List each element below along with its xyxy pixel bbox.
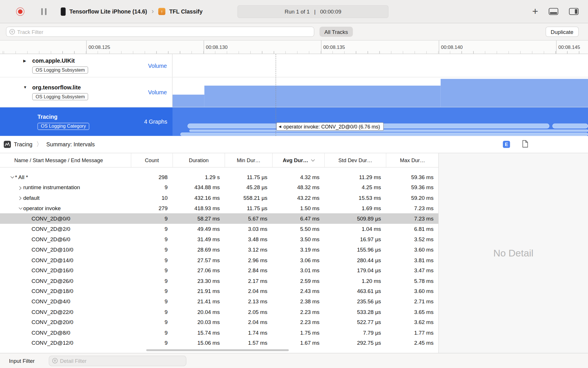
row-max-duration: 5.78 ms [386, 276, 439, 286]
track-name: Tracing [38, 114, 58, 120]
table-row[interactable]: CONV_2D@22/0 9 20.04 ms 2.05 ms 2.23 ms … [0, 307, 438, 317]
table-row[interactable]: operator invoke 279 418.93 ms 11.75 µs 1… [0, 203, 438, 213]
breadcrumb-tracing[interactable]: Tracing [14, 141, 32, 147]
table-row[interactable]: CONV_2D@16/0 9 27.06 ms 2.84 ms 3.01 ms … [0, 265, 438, 276]
interval-span[interactable] [189, 130, 588, 132]
row-stddev-duration: 292.75 µs [325, 338, 386, 348]
row-avg-duration: 3.19 ms [273, 244, 325, 255]
pause-button[interactable] [41, 8, 47, 15]
table-row[interactable]: CONV_2D@6/0 9 31.49 ms 3.48 ms 3.50 ms 1… [0, 234, 438, 244]
column-header-duration[interactable]: Duration [173, 153, 225, 167]
table-row[interactable]: CONV_2D@14/0 9 27.57 ms 2.96 ms 3.06 ms … [0, 255, 438, 265]
add-instrument-button[interactable]: + [532, 6, 538, 16]
row-duration: 21.41 ms [173, 296, 225, 307]
ruler-tick-label: 00:08.135 [321, 41, 345, 54]
volume-graph[interactable] [173, 77, 588, 107]
table-header: Name / Start Message / End Message Count… [0, 153, 438, 168]
row-min-duration: 2.04 ms [225, 317, 273, 327]
column-header-min[interactable]: Min Dur… [225, 153, 273, 167]
row-avg-duration: 2.59 ms [273, 276, 325, 286]
table-row[interactable]: CONV_2D@20/0 9 20.03 ms 2.04 ms 2.23 ms … [0, 317, 438, 327]
row-avg-duration: 2.23 ms [273, 307, 325, 317]
row-max-duration: 2.45 ms [386, 338, 439, 348]
disclosure-down-icon[interactable]: ▼ [23, 85, 28, 89]
track-tracing-selected[interactable]: Tracing OS Logging Category 4 Graphs ◀ o… [0, 108, 588, 136]
interval-span[interactable] [552, 124, 588, 129]
row-max-duration: 59.36 ms [386, 182, 439, 193]
chevron-right-icon: › [151, 7, 154, 15]
table-row[interactable]: CONV_2D@0/0 9 58.27 ms 5.67 ms 6.47 ms 5… [0, 213, 438, 224]
row-name: CONV_2D@14/0 [32, 257, 74, 263]
disclosure-right-icon[interactable]: ▶ [23, 58, 28, 62]
track-uikit[interactable]: ▶ com.apple.UIKit OS Logging Subsystem V… [0, 54, 588, 77]
table-row[interactable]: CONV_2D@10/0 9 28.69 ms 3.12 ms 3.19 ms … [0, 244, 438, 255]
horizontal-scrollbar[interactable] [146, 349, 289, 351]
table-row[interactable]: runtime instrumentation 9 434.88 ms 45.2… [0, 182, 438, 193]
row-duration: 15.06 ms [173, 338, 225, 348]
row-count: 10 [131, 193, 173, 203]
column-header-max[interactable]: Max Dur… [386, 153, 439, 167]
column-header-stddev[interactable]: Std Dev Dur… [325, 153, 386, 167]
track-filter-field[interactable] [17, 29, 311, 35]
duplicate-button[interactable]: Duplicate [546, 27, 579, 37]
no-detail-panel: No Detail [439, 153, 588, 353]
extended-detail-button[interactable]: E [503, 141, 510, 148]
track-area: ▶ com.apple.UIKit OS Logging Subsystem V… [0, 54, 588, 136]
row-max-duration: 3.52 ms [386, 234, 439, 244]
interval-table-body: * All * 298 1.29 s 11.75 µs 4.32 ms 11.2… [0, 168, 438, 348]
row-stddev-duration: 509.89 µs [325, 213, 386, 224]
detail-filter-field[interactable] [60, 358, 183, 364]
record-button[interactable] [16, 7, 25, 16]
column-header-count[interactable]: Count [131, 153, 173, 167]
document-button[interactable] [522, 140, 528, 149]
toolbar: Tensorflow Lite iPhone (14.6) › ↑ TFL Cl… [0, 0, 588, 23]
table-row[interactable]: CONV_2D@2/0 9 49.49 ms 3.03 ms 5.50 ms 1… [0, 224, 438, 234]
row-name-cell: CONV_2D@12/0 [0, 338, 131, 348]
table-row[interactable]: CONV_2D@26/0 9 23.30 ms 2.17 ms 2.59 ms … [0, 276, 438, 286]
row-disclosure[interactable] [16, 207, 23, 210]
table-row[interactable]: CONV_2D@18/0 9 21.91 ms 2.04 ms 2.43 ms … [0, 286, 438, 296]
track-filter-input[interactable] [6, 27, 314, 37]
interval-tooltip: ◀ operator invoke: CONV_2D@0/0 (6.76 ms) [276, 122, 384, 131]
table-row[interactable]: default 10 432.16 ms 558.21 µs 43.22 ms … [0, 193, 438, 203]
row-name-cell: CONV_2D@8/0 [0, 327, 131, 338]
interval-span[interactable] [180, 133, 588, 136]
row-count: 9 [131, 286, 173, 296]
row-min-duration: 2.04 ms [225, 286, 273, 296]
track-label-uikit[interactable]: ▶ com.apple.UIKit OS Logging Subsystem V… [0, 54, 173, 77]
track-badge: OS Logging Subsystem [32, 67, 88, 74]
table-row[interactable]: CONV_2D@8/0 9 15.74 ms 1.74 ms 1.75 ms 7… [0, 327, 438, 338]
table-row[interactable]: CONV_2D@4/0 9 21.41 ms 2.13 ms 2.38 ms 2… [0, 296, 438, 307]
row-count: 9 [131, 327, 173, 338]
all-tracks-button[interactable]: All Tracks [320, 27, 353, 37]
row-count: 298 [131, 172, 173, 182]
row-duration: 27.06 ms [173, 265, 225, 276]
row-disclosure[interactable] [8, 176, 15, 179]
ruler-tick-label: 00:08.145 [556, 41, 580, 54]
track-tensorflow[interactable]: ▼ org.tensorflow.lite OS Logging Subsyst… [0, 77, 588, 107]
table-row[interactable]: * All * 298 1.29 s 11.75 µs 4.32 ms 11.2… [0, 172, 438, 182]
right-pane-toggle[interactable] [569, 8, 579, 15]
breadcrumb-summary-intervals[interactable]: Summary: Intervals [46, 141, 95, 147]
column-header-name[interactable]: Name / Start Message / End Message [0, 153, 131, 167]
target-selector[interactable]: Tensorflow Lite iPhone (14.6) › ↑ TFL Cl… [61, 7, 203, 16]
row-stddev-duration: 463.61 µs [325, 286, 386, 296]
row-disclosure[interactable] [16, 186, 23, 189]
playhead[interactable] [276, 54, 276, 136]
row-stddev-duration: 1.69 ms [325, 203, 386, 213]
row-min-duration: 1.57 ms [225, 338, 273, 348]
uikit-graph[interactable] [173, 54, 588, 77]
tracing-graph[interactable]: ◀ operator invoke: CONV_2D@0/0 (6.76 ms) [173, 108, 588, 136]
track-label-tracing[interactable]: Tracing OS Logging Category 4 Graphs [0, 108, 173, 136]
run-divider: | [314, 8, 316, 14]
column-header-avg-sorted[interactable]: Avg Dur… [273, 153, 325, 167]
volume-bar [441, 79, 588, 107]
row-disclosure[interactable] [16, 197, 23, 199]
detail-filter-input[interactable] [49, 355, 186, 366]
row-avg-duration: 43.22 ms [273, 193, 325, 203]
track-meta-label: Volume [148, 62, 167, 69]
row-duration: 15.74 ms [173, 327, 225, 338]
bottom-pane-toggle[interactable] [549, 8, 558, 15]
table-row[interactable]: CONV_2D@12/0 9 15.06 ms 1.57 ms 1.67 ms … [0, 338, 438, 348]
track-label-tensorflow[interactable]: ▼ org.tensorflow.lite OS Logging Subsyst… [0, 77, 173, 107]
